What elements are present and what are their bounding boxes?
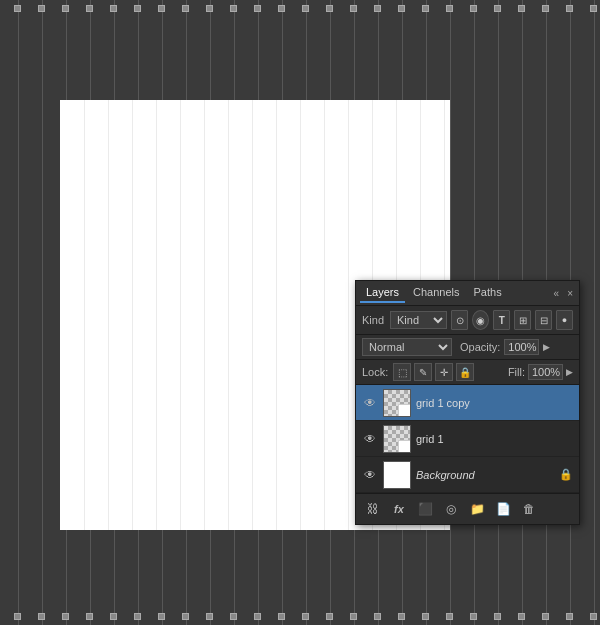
filter-row: Kind Kind ⊙ ◉ T ⊞ ⊟ ● (356, 306, 579, 335)
filter-icon-3[interactable]: T (493, 310, 510, 330)
layer-row-grid1[interactable]: 👁 grid 1 (356, 421, 579, 457)
lock-all-btn[interactable]: 🔒 (456, 363, 474, 381)
panel-tabs: Layers Channels Paths (360, 283, 508, 303)
blend-mode-select[interactable]: Normal (362, 338, 452, 356)
adjustment-button[interactable]: ◎ (440, 498, 462, 520)
eye-visibility-grid1copy[interactable]: 👁 (362, 395, 378, 411)
filter-icon-2[interactable]: ◉ (472, 310, 489, 330)
opacity-value[interactable]: 100% (504, 339, 539, 355)
lock-image-btn[interactable]: ✎ (414, 363, 432, 381)
layer-row-grid1copy[interactable]: 👁 grid 1 copy (356, 385, 579, 421)
fx-button[interactable]: fx (388, 498, 410, 520)
layer-thumb-grid1 (383, 425, 411, 453)
lock-transparent-btn[interactable]: ⬚ (393, 363, 411, 381)
panel-close-icon[interactable]: × (565, 287, 575, 300)
link-layers-button[interactable]: ⛓ (362, 498, 384, 520)
add-mask-button[interactable]: ⬛ (414, 498, 436, 520)
tab-paths[interactable]: Paths (468, 283, 508, 303)
new-layer-button[interactable]: 📄 (492, 498, 514, 520)
tab-channels[interactable]: Channels (407, 283, 465, 303)
layer-row-background[interactable]: 👁 Background 🔒 (356, 457, 579, 493)
fill-label: Fill: (508, 366, 525, 378)
lock-row: Lock: ⬚ ✎ ✛ 🔒 Fill: 100% ▶ (356, 360, 579, 385)
fill-arrow[interactable]: ▶ (566, 367, 573, 377)
lock-position-btn[interactable]: ✛ (435, 363, 453, 381)
panel-header: Layers Channels Paths « × (356, 281, 579, 306)
panel-collapse-icon[interactable]: « (552, 287, 562, 300)
eye-visibility-grid1[interactable]: 👁 (362, 431, 378, 447)
panel-bottom-toolbar: ⛓ fx ⬛ ◎ 📁 📄 🗑 (356, 493, 579, 524)
layer-thumb-grid1copy (383, 389, 411, 417)
layer-name-grid1copy: grid 1 copy (416, 397, 573, 409)
opacity-arrow[interactable]: ▶ (543, 342, 550, 352)
lock-label: Lock: (362, 366, 388, 378)
layer-lock-icon: 🔒 (559, 468, 573, 481)
filter-label: Kind (362, 314, 384, 326)
opacity-label: Opacity: (460, 341, 500, 353)
filter-icon-4[interactable]: ⊞ (514, 310, 531, 330)
layers-panel: Layers Channels Paths « × Kind Kind ⊙ ◉ … (355, 280, 580, 525)
filter-icon-6[interactable]: ● (556, 310, 573, 330)
layer-name-grid1: grid 1 (416, 433, 573, 445)
layer-name-background: Background (416, 469, 554, 481)
filter-icon-5[interactable]: ⊟ (535, 310, 552, 330)
layer-thumb-background (383, 461, 411, 489)
eye-visibility-background[interactable]: 👁 (362, 467, 378, 483)
fill-value[interactable]: 100% (528, 364, 563, 380)
delete-layer-button[interactable]: 🗑 (518, 498, 540, 520)
layers-list: 👁 grid 1 copy 👁 grid 1 👁 Background 🔒 (356, 385, 579, 493)
filter-icon-1[interactable]: ⊙ (451, 310, 468, 330)
new-group-button[interactable]: 📁 (466, 498, 488, 520)
blend-opacity-row: Normal Opacity: 100% ▶ (356, 335, 579, 360)
filter-kind-select[interactable]: Kind (390, 311, 447, 329)
tab-layers[interactable]: Layers (360, 283, 405, 303)
